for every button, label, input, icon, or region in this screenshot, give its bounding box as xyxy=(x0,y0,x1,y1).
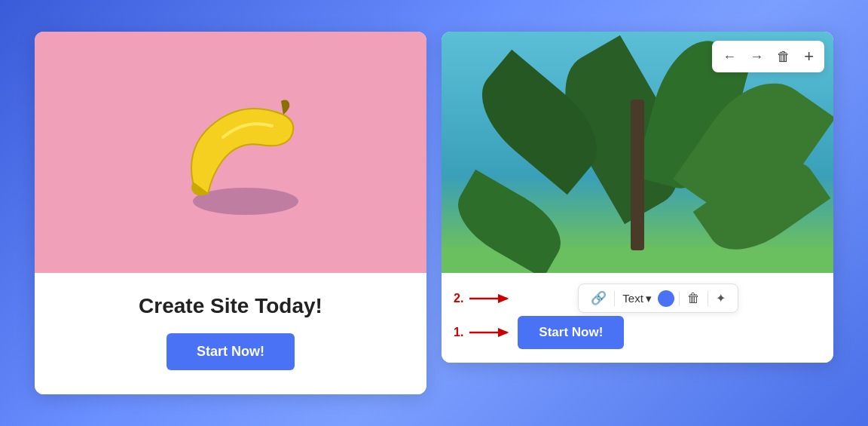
leaf-6 xyxy=(445,170,573,273)
back-icon[interactable]: ← xyxy=(723,49,736,65)
card-left-image xyxy=(35,32,426,273)
annotation-2-arrow xyxy=(468,290,513,307)
plant-stem xyxy=(631,100,644,250)
delete-top-icon[interactable]: 🗑 xyxy=(777,49,790,65)
card-left-body: Create Site Today! Start Now! xyxy=(35,273,426,394)
annotation-2-label: 2. xyxy=(454,292,463,305)
divider-1 xyxy=(614,291,615,306)
annotation-1-label: 1. xyxy=(454,326,463,339)
add-icon[interactable]: + xyxy=(804,47,814,66)
settings-icon[interactable]: ✦ xyxy=(713,290,729,307)
card-left-title: Create Site Today! xyxy=(50,294,411,318)
card-left: Create Site Today! Start Now! xyxy=(35,32,426,394)
annotation-1-arrow xyxy=(468,324,513,341)
dropdown-arrow-icon: ▾ xyxy=(646,292,652,305)
text-dropdown[interactable]: Text ▾ xyxy=(619,290,655,307)
cards-container: Create Site Today! Start Now! ← → 🗑 + xyxy=(35,32,833,394)
annotation-row-2: 2. 🔗 T xyxy=(454,283,821,313)
toolbar-bottom: 🔗 Text ▾ 🗑 ✦ xyxy=(578,283,738,313)
link-icon[interactable]: 🔗 xyxy=(588,289,610,308)
banana-illustration xyxy=(125,77,336,228)
color-picker-circle[interactable] xyxy=(658,290,674,307)
annotation-row-1: 1. Start Now! xyxy=(454,316,821,349)
divider-3 xyxy=(708,291,708,306)
divider-2 xyxy=(679,291,680,306)
card-right: ← → 🗑 + 2. xyxy=(442,32,833,363)
toolbar-top: ← → 🗑 + xyxy=(712,41,824,72)
forward-icon[interactable]: → xyxy=(750,49,763,65)
card-right-body: 2. 🔗 T xyxy=(442,273,833,363)
delete-bottom-icon[interactable]: 🗑 xyxy=(684,290,703,308)
card-right-image: ← → 🗑 + xyxy=(442,32,833,273)
start-now-button-right[interactable]: Start Now! xyxy=(518,316,624,349)
annotation-wrapper: 2. 🔗 T xyxy=(454,283,821,349)
text-label: Text xyxy=(622,292,643,305)
start-now-button-left[interactable]: Start Now! xyxy=(167,333,295,370)
